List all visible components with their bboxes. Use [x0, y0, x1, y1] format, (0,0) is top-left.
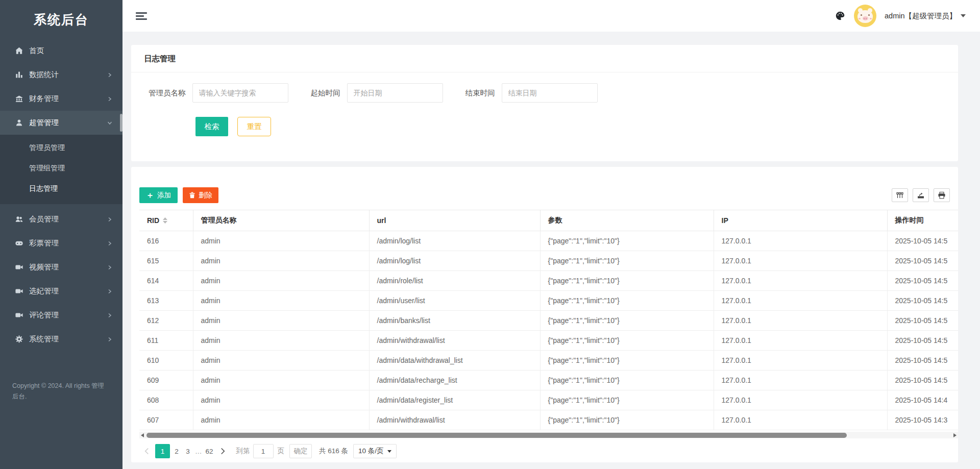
sidebar-item-label: 财务管理: [29, 94, 107, 104]
sidebar-item-finance[interactable]: 财务管理: [0, 87, 122, 111]
cell-url: /admin/withdrawal/list: [369, 331, 540, 351]
cell-time: 2025-10-05 14:3: [887, 410, 958, 430]
cell-ip: 127.0.0.1: [714, 311, 887, 331]
cell-time: 2025-10-05 14:5: [887, 291, 958, 311]
page-content: 日志管理 管理员名称 起始时间 结束时间: [122, 32, 980, 469]
sidebar-item-lottery[interactable]: 彩票管理: [0, 231, 122, 255]
cell-params: {"page":"1","limit":"10"}: [540, 311, 714, 331]
sidebar-item-superadmin[interactable]: 超管管理: [0, 111, 122, 135]
table-row[interactable]: 607 admin /admin/withdrawal/list {"page"…: [139, 410, 958, 430]
column-label: RID: [147, 216, 159, 225]
scrollbar-thumb[interactable]: [146, 433, 847, 438]
search-button[interactable]: 检索: [195, 117, 228, 136]
page-number-62[interactable]: 62: [204, 444, 215, 458]
cell-url: /admin/data/withdrawal_list: [369, 351, 540, 371]
sidebar-item-video[interactable]: 视频管理: [0, 255, 122, 279]
table-row[interactable]: 616 admin /admin/log/list {"page":"1","l…: [139, 231, 958, 251]
cell-url: /admin/log/list: [369, 231, 540, 251]
table-row[interactable]: 610 admin /admin/data/withdrawal_list {"…: [139, 351, 958, 371]
log-table: RID 管理员名称 url 参数: [139, 210, 958, 430]
scroll-left-icon[interactable]: [139, 433, 145, 437]
cell-ip: 127.0.0.1: [714, 251, 887, 271]
cell-url: /admin/log/list: [369, 251, 540, 271]
scrollbar-track[interactable]: [145, 433, 952, 438]
prev-page-icon[interactable]: [139, 448, 154, 455]
page-number-1[interactable]: 1: [155, 444, 170, 458]
cell-admin-name: admin: [193, 311, 369, 331]
column-header-admin-name: 管理员名称: [193, 210, 369, 231]
cell-params: {"page":"1","limit":"10"}: [540, 351, 714, 371]
table-row[interactable]: 609 admin /admin/data/recharge_list {"pa…: [139, 371, 958, 390]
filter-actions: 检索 重置: [195, 117, 958, 136]
cell-ip: 127.0.0.1: [714, 291, 887, 311]
table-scroll-area: RID 管理员名称 url 参数: [139, 210, 958, 430]
cell-rid: 607: [139, 410, 193, 430]
delete-button-label: 删除: [199, 191, 212, 200]
sidebar-subitem-group-manage[interactable]: 管理组管理: [0, 158, 122, 179]
page-number-3[interactable]: 3: [182, 444, 193, 458]
cell-rid: 610: [139, 351, 193, 371]
sidebar-subitem-log-manage[interactable]: 日志管理: [0, 179, 122, 199]
sidebar-item-members[interactable]: 会员管理: [0, 207, 122, 231]
sidebar-item-statistics[interactable]: 数据统计: [0, 63, 122, 87]
cell-admin-name: admin: [193, 231, 369, 251]
print-button[interactable]: [934, 188, 950, 202]
sidebar-item-concubine[interactable]: 选妃管理: [0, 279, 122, 303]
user-menu[interactable]: admin【超级管理员】: [885, 11, 966, 21]
topbar-right: admin【超级管理员】: [835, 5, 966, 27]
submenu-item-label: 管理组管理: [29, 164, 65, 173]
page-number-2[interactable]: 2: [171, 444, 182, 458]
chevron-right-icon: [107, 72, 112, 78]
chevron-right-icon: [107, 96, 112, 102]
video-icon: [15, 287, 23, 295]
table-row[interactable]: 611 admin /admin/withdrawal/list {"page"…: [139, 331, 958, 351]
sidebar-item-home[interactable]: 首页: [0, 39, 122, 63]
main-area: admin【超级管理员】 日志管理 管理员名称 起始时间: [122, 0, 980, 469]
cell-ip: 127.0.0.1: [714, 371, 887, 390]
filter-label: 起始时间: [311, 88, 340, 98]
filter-columns-button[interactable]: [892, 188, 908, 202]
cell-admin-name: admin: [193, 291, 369, 311]
table-row[interactable]: 612 admin /admin/banks/list {"page":"1",…: [139, 311, 958, 331]
cell-admin-name: admin: [193, 251, 369, 271]
sidebar-item-system[interactable]: 系统管理: [0, 327, 122, 351]
page-size-select[interactable]: 10 条/页: [353, 444, 397, 458]
table-row[interactable]: 613 admin /admin/user/list {"page":"1","…: [139, 291, 958, 311]
next-page-icon[interactable]: [215, 448, 230, 455]
horizontal-scrollbar: [139, 432, 958, 438]
export-button[interactable]: [913, 188, 929, 202]
table-row[interactable]: 615 admin /admin/log/list {"page":"1","l…: [139, 251, 958, 271]
add-button[interactable]: ＋ 添加: [139, 187, 178, 203]
column-header-rid[interactable]: RID: [139, 210, 193, 231]
cell-admin-name: admin: [193, 331, 369, 351]
table-row[interactable]: 614 admin /admin/role/list {"page":"1","…: [139, 271, 958, 291]
cell-time: 2025-10-05 14:5: [887, 271, 958, 291]
cell-ip: 127.0.0.1: [714, 390, 887, 410]
sidebar-subitem-admin-manage[interactable]: 管理员管理: [0, 138, 122, 158]
user-avatar[interactable]: [854, 5, 876, 27]
theme-palette-icon[interactable]: [835, 10, 846, 21]
sidebar-item-comments[interactable]: 评论管理: [0, 303, 122, 327]
sidebar-item-label: 选妃管理: [29, 286, 107, 296]
admin-name-input[interactable]: [192, 83, 288, 103]
jump-page-input[interactable]: [253, 444, 274, 458]
total-count-label: 共 616 条: [319, 447, 348, 456]
delete-button[interactable]: 删除: [183, 187, 218, 203]
table-toolbar: ＋ 添加 删除: [139, 187, 950, 203]
cell-params: {"page":"1","limit":"10"}: [540, 331, 714, 351]
sidebar-collapse-icon[interactable]: [136, 11, 148, 21]
chevron-down-icon: [107, 120, 112, 126]
chevron-right-icon: [107, 337, 112, 342]
jump-confirm-button[interactable]: 确定: [289, 444, 312, 458]
cell-rid: 616: [139, 231, 193, 251]
scroll-right-icon[interactable]: [952, 433, 958, 437]
start-date-input[interactable]: [347, 83, 443, 103]
cell-url: /admin/user/list: [369, 291, 540, 311]
column-label: 参数: [548, 216, 562, 224]
video-icon: [15, 263, 23, 271]
sort-icon[interactable]: [163, 217, 167, 224]
end-date-input[interactable]: [502, 83, 598, 103]
cell-rid: 608: [139, 390, 193, 410]
table-row[interactable]: 608 admin /admin/data/register_list {"pa…: [139, 390, 958, 410]
reset-button[interactable]: 重置: [237, 117, 271, 136]
